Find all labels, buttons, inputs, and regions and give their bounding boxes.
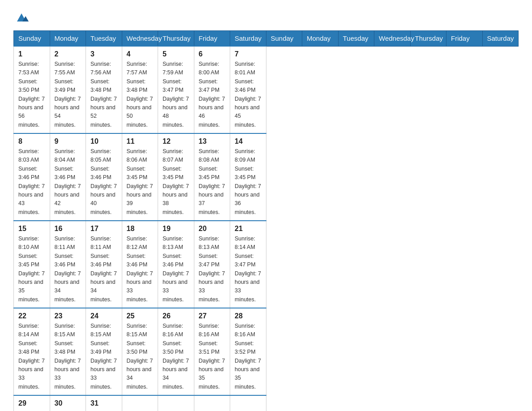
calendar-day-cell: 6Sunrise: 8:00 AMSunset: 3:47 PMDaylight…	[194, 46, 230, 133]
calendar-day-cell: 27Sunrise: 8:16 AMSunset: 3:51 PMDayligh…	[194, 308, 230, 395]
day-info: Sunrise: 8:16 AMSunset: 3:55 PMDaylight:…	[90, 409, 117, 411]
day-info: Sunrise: 8:05 AMSunset: 3:46 PMDaylight:…	[90, 147, 117, 217]
calendar-day-cell: 18Sunrise: 8:12 AMSunset: 3:46 PMDayligh…	[122, 221, 158, 308]
day-number: 6	[199, 50, 226, 58]
day-number: 12	[163, 137, 189, 146]
header-day-monday: Monday	[302, 31, 339, 47]
day-number: 17	[90, 225, 117, 233]
header-day-thursday: Thursday	[410, 31, 446, 47]
day-number: 19	[163, 225, 189, 233]
day-info: Sunrise: 8:13 AMSunset: 3:47 PMDaylight:…	[199, 235, 226, 304]
calendar-day-cell: 12Sunrise: 8:07 AMSunset: 3:45 PMDayligh…	[158, 133, 194, 221]
day-info: Sunrise: 7:57 AMSunset: 3:48 PMDaylight:…	[127, 60, 154, 129]
calendar-day-cell: 25Sunrise: 8:15 AMSunset: 3:50 PMDayligh…	[122, 308, 158, 395]
calendar-day-cell: 1Sunrise: 7:53 AMSunset: 3:50 PMDaylight…	[14, 46, 50, 133]
calendar-day-cell: 29Sunrise: 8:16 AMSunset: 3:53 PMDayligh…	[14, 395, 50, 411]
day-info: Sunrise: 7:53 AMSunset: 3:50 PMDaylight:…	[18, 60, 45, 129]
header-cell-tuesday: Tuesday	[86, 31, 122, 47]
day-info: Sunrise: 8:08 AMSunset: 3:45 PMDaylight:…	[199, 147, 226, 217]
calendar-day-cell: 23Sunrise: 8:15 AMSunset: 3:48 PMDayligh…	[50, 308, 86, 395]
header-day-wednesday: Wednesday	[374, 31, 411, 47]
day-number: 21	[235, 225, 262, 233]
day-info: Sunrise: 8:15 AMSunset: 3:49 PMDaylight:…	[90, 322, 117, 391]
logo-icon	[14, 10, 29, 23]
header-cell-sunday: Sunday	[14, 31, 50, 47]
calendar-day-cell: 10Sunrise: 8:05 AMSunset: 3:46 PMDayligh…	[86, 133, 122, 221]
day-number: 20	[199, 225, 226, 233]
day-number: 22	[18, 312, 45, 320]
header-day-friday: Friday	[446, 31, 483, 47]
day-number: 9	[55, 137, 82, 146]
day-number: 24	[90, 312, 117, 320]
calendar-week-row: 29Sunrise: 8:16 AMSunset: 3:53 PMDayligh…	[14, 395, 519, 411]
day-info: Sunrise: 8:10 AMSunset: 3:45 PMDaylight:…	[18, 235, 45, 304]
day-info: Sunrise: 8:04 AMSunset: 3:46 PMDaylight:…	[55, 147, 82, 217]
day-info: Sunrise: 8:16 AMSunset: 3:51 PMDaylight:…	[199, 322, 226, 391]
day-info: Sunrise: 8:15 AMSunset: 3:48 PMDaylight:…	[55, 322, 82, 391]
day-info: Sunrise: 8:07 AMSunset: 3:45 PMDaylight:…	[163, 147, 189, 217]
calendar-day-cell	[122, 395, 158, 411]
day-number: 31	[90, 399, 117, 407]
day-number: 29	[18, 399, 45, 407]
calendar-day-cell: 28Sunrise: 8:16 AMSunset: 3:52 PMDayligh…	[230, 308, 266, 395]
day-info: Sunrise: 7:56 AMSunset: 3:48 PMDaylight:…	[90, 60, 117, 129]
day-number: 30	[55, 399, 82, 407]
calendar-day-cell: 31Sunrise: 8:16 AMSunset: 3:55 PMDayligh…	[86, 395, 122, 411]
calendar-day-cell: 26Sunrise: 8:16 AMSunset: 3:50 PMDayligh…	[158, 308, 194, 395]
day-info: Sunrise: 8:15 AMSunset: 3:50 PMDaylight:…	[127, 322, 154, 391]
day-number: 25	[127, 312, 154, 320]
calendar-day-cell	[194, 395, 230, 411]
day-info: Sunrise: 8:16 AMSunset: 3:52 PMDaylight:…	[235, 322, 262, 391]
day-number: 11	[127, 137, 154, 146]
day-info: Sunrise: 8:12 AMSunset: 3:46 PMDaylight:…	[127, 235, 154, 304]
day-number: 18	[127, 225, 154, 233]
day-info: Sunrise: 7:55 AMSunset: 3:49 PMDaylight:…	[55, 60, 82, 129]
day-info: Sunrise: 8:00 AMSunset: 3:47 PMDaylight:…	[199, 60, 226, 129]
day-number: 15	[18, 225, 45, 233]
calendar-day-cell: 21Sunrise: 8:14 AMSunset: 3:47 PMDayligh…	[230, 221, 266, 308]
calendar-week-row: 1Sunrise: 7:53 AMSunset: 3:50 PMDaylight…	[14, 46, 519, 133]
day-number: 14	[235, 137, 262, 146]
day-number: 7	[235, 50, 262, 58]
header-cell-thursday: Thursday	[158, 31, 194, 47]
calendar-day-cell: 15Sunrise: 8:10 AMSunset: 3:45 PMDayligh…	[14, 221, 50, 308]
day-number: 28	[235, 312, 262, 320]
day-info: Sunrise: 7:59 AMSunset: 3:47 PMDaylight:…	[163, 60, 189, 129]
day-info: Sunrise: 8:11 AMSunset: 3:46 PMDaylight:…	[90, 235, 117, 304]
calendar-day-cell: 19Sunrise: 8:13 AMSunset: 3:46 PMDayligh…	[158, 221, 194, 308]
calendar-table: SundayMondayTuesdayWednesdayThursdayFrid…	[13, 30, 519, 411]
day-number: 8	[18, 137, 45, 146]
calendar-day-cell: 22Sunrise: 8:14 AMSunset: 3:48 PMDayligh…	[14, 308, 50, 395]
calendar-day-cell: 9Sunrise: 8:04 AMSunset: 3:46 PMDaylight…	[50, 133, 86, 221]
calendar-day-cell: 11Sunrise: 8:06 AMSunset: 3:45 PMDayligh…	[122, 133, 158, 221]
header-day-sunday: Sunday	[266, 31, 302, 47]
day-number: 26	[163, 312, 189, 320]
calendar-day-cell	[230, 395, 266, 411]
header-cell-monday: Monday	[50, 31, 86, 47]
header-cell-saturday: Saturday	[230, 31, 266, 47]
header-cell-wednesday: Wednesday	[122, 31, 158, 47]
calendar-day-cell: 17Sunrise: 8:11 AMSunset: 3:46 PMDayligh…	[86, 221, 122, 308]
calendar-day-cell: 20Sunrise: 8:13 AMSunset: 3:47 PMDayligh…	[194, 221, 230, 308]
logo	[13, 9, 29, 22]
calendar-day-cell: 16Sunrise: 8:11 AMSunset: 3:46 PMDayligh…	[50, 221, 86, 308]
calendar-day-cell: 5Sunrise: 7:59 AMSunset: 3:47 PMDaylight…	[158, 46, 194, 133]
day-number: 13	[199, 137, 226, 146]
page-header	[13, 9, 519, 22]
header-day-tuesday: Tuesday	[338, 31, 374, 47]
day-number: 27	[199, 312, 226, 320]
day-number: 4	[127, 50, 154, 58]
calendar-day-cell: 7Sunrise: 8:01 AMSunset: 3:46 PMDaylight…	[230, 46, 266, 133]
day-info: Sunrise: 8:09 AMSunset: 3:45 PMDaylight:…	[235, 147, 262, 217]
calendar-day-cell: 8Sunrise: 8:03 AMSunset: 3:46 PMDaylight…	[14, 133, 50, 221]
day-info: Sunrise: 8:06 AMSunset: 3:45 PMDaylight:…	[127, 147, 154, 217]
calendar-day-cell: 4Sunrise: 7:57 AMSunset: 3:48 PMDaylight…	[122, 46, 158, 133]
calendar-week-row: 22Sunrise: 8:14 AMSunset: 3:48 PMDayligh…	[14, 308, 519, 395]
day-number: 1	[18, 50, 45, 58]
day-info: Sunrise: 8:14 AMSunset: 3:48 PMDaylight:…	[18, 322, 45, 391]
calendar-week-row: 8Sunrise: 8:03 AMSunset: 3:46 PMDaylight…	[14, 133, 519, 221]
day-info: Sunrise: 8:16 AMSunset: 3:50 PMDaylight:…	[163, 322, 189, 391]
day-info: Sunrise: 8:03 AMSunset: 3:46 PMDaylight:…	[18, 147, 45, 217]
day-info: Sunrise: 8:16 AMSunset: 3:53 PMDaylight:…	[18, 409, 45, 411]
calendar-day-cell	[158, 395, 194, 411]
